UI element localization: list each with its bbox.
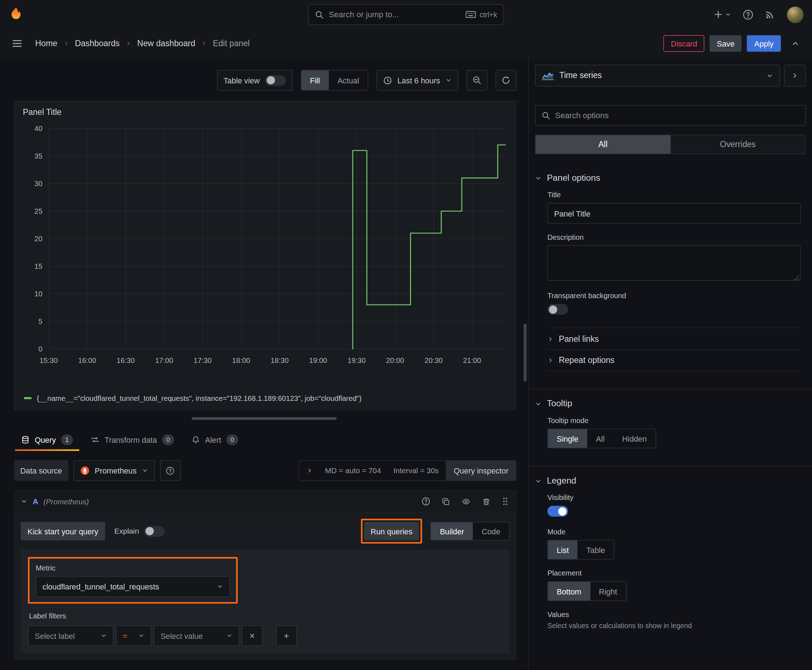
actual-option[interactable]: Actual <box>329 71 368 90</box>
run-queries-button[interactable]: Run queries <box>364 522 419 540</box>
new-menu-button[interactable] <box>714 10 731 19</box>
news-button[interactable] <box>765 9 775 20</box>
chevron-right-icon <box>791 72 798 79</box>
table-view-control[interactable]: Table view <box>217 70 292 91</box>
eye-icon <box>461 497 471 505</box>
topbar-actions <box>714 6 804 23</box>
legend-mode-table[interactable]: Table <box>578 540 614 559</box>
query-options-toggle[interactable]: MD = auto = 704 Interval = 30s <box>299 466 446 475</box>
legend-header[interactable]: Legend <box>535 475 805 486</box>
svg-text:5: 5 <box>38 318 42 325</box>
select-label-dropdown[interactable]: Select label <box>28 625 114 646</box>
panel-description-textarea[interactable] <box>548 245 800 281</box>
apply-button[interactable]: Apply <box>747 35 781 52</box>
panel-preview: Panel Title 051015202530354015:3016:0016… <box>14 101 516 410</box>
breadcrumb-home[interactable]: Home <box>35 39 57 48</box>
zoom-out-button[interactable] <box>466 70 487 91</box>
data-source-picker[interactable]: Prometheus <box>73 460 155 481</box>
close-icon: × <box>249 630 255 641</box>
chart-canvas[interactable]: 051015202530354015:3016:0016:3017:0017:3… <box>23 118 509 377</box>
legend-placement-bottom[interactable]: Bottom <box>548 582 590 601</box>
tab-overrides[interactable]: Overrides <box>670 135 805 154</box>
operator-dropdown[interactable]: = <box>116 625 151 646</box>
panel-title-input[interactable] <box>548 203 800 224</box>
legend-placement-right[interactable]: Right <box>590 582 626 601</box>
panel-title[interactable]: Panel Title <box>15 102 516 117</box>
query-toolbar-right: Run queries Builder Code <box>361 519 510 543</box>
metric-select[interactable]: cloudflared_tunnel_total_requests <box>36 576 230 597</box>
section-legend: Legend Visibility Mode List Table <box>529 466 812 638</box>
tooltip-mode-all[interactable]: All <box>587 429 613 448</box>
panel-options-header[interactable]: Panel options <box>535 173 805 183</box>
collapse-toolbar-button[interactable] <box>788 36 803 51</box>
query-inspector-button[interactable]: Query inspector <box>446 461 516 481</box>
breadcrumb-new-dashboard[interactable]: New dashboard <box>137 39 195 48</box>
chevron-right-icon <box>307 467 312 474</box>
time-range-label: Last 6 hours <box>397 76 440 85</box>
help-icon <box>166 466 175 475</box>
options-search-input[interactable] <box>555 111 799 120</box>
collapse-options-pane-button[interactable] <box>784 65 806 86</box>
tooltip-header[interactable]: Tooltip <box>535 399 805 409</box>
tab-query[interactable]: Query 1 <box>14 428 80 451</box>
grafana-logo-icon[interactable] <box>8 7 24 22</box>
main-scrollbar-thumb[interactable] <box>524 323 527 382</box>
tab-alert[interactable]: Alert 0 <box>185 428 245 451</box>
legend-series-swatch[interactable] <box>24 397 32 399</box>
visualization-picker[interactable]: Time series <box>535 65 780 86</box>
legend-mode-list[interactable]: List <box>548 540 578 559</box>
discard-button[interactable]: Discard <box>663 35 704 52</box>
drag-handle[interactable] <box>501 496 510 507</box>
query-row-body: Kick start your query Explain Run querie… <box>15 513 516 660</box>
save-button[interactable]: Save <box>710 35 742 52</box>
select-value-dropdown[interactable]: Select value <box>154 625 239 646</box>
svg-text:20: 20 <box>34 235 42 243</box>
table-view-toggle[interactable] <box>265 75 286 86</box>
transparent-background-label: Transparent background <box>548 291 800 299</box>
legend-visibility-toggle[interactable] <box>548 506 568 516</box>
fill-option[interactable]: Fill <box>301 71 329 90</box>
builder-option[interactable]: Builder <box>431 522 473 540</box>
query-row-card: A (Prometheus) <box>14 490 516 660</box>
query-help-button[interactable] <box>421 496 431 507</box>
transparent-background-field: Transparent background <box>548 291 800 316</box>
remove-filter-button[interactable]: × <box>242 625 263 646</box>
chevron-down-icon <box>535 175 542 181</box>
chevron-right-icon <box>201 41 207 47</box>
breadcrumb-dashboards[interactable]: Dashboards <box>75 39 120 48</box>
user-avatar[interactable] <box>787 6 804 23</box>
global-search-input[interactable]: Search or jump to... ctrl+k <box>308 4 504 25</box>
section-panel-options: Panel options Title Description <box>529 164 812 379</box>
help-button[interactable] <box>742 9 753 20</box>
query-ref-id[interactable]: A <box>32 497 38 506</box>
time-range-picker[interactable]: Last 6 hours <box>376 70 458 91</box>
query-row-header[interactable]: A (Prometheus) <box>15 491 516 513</box>
data-source-help-button[interactable] <box>160 460 181 481</box>
tooltip-mode-single[interactable]: Single <box>548 429 587 448</box>
tab-query-label: Query <box>35 435 56 444</box>
explain-toggle[interactable] <box>144 526 165 536</box>
database-icon <box>21 435 29 444</box>
duplicate-query-button[interactable] <box>441 496 451 506</box>
tab-transform[interactable]: Transform data 0 <box>83 428 181 451</box>
tab-all-options[interactable]: All <box>536 135 671 154</box>
metric-label: Metric <box>36 564 230 572</box>
query-ref-datasource: (Prometheus) <box>43 497 89 505</box>
panel-links-row[interactable]: Panel links <box>548 328 800 350</box>
options-search[interactable] <box>535 105 805 126</box>
mega-menu-button[interactable] <box>9 36 25 51</box>
svg-text:19:00: 19:00 <box>309 357 327 364</box>
add-filter-button[interactable]: + <box>276 625 297 646</box>
tooltip-mode-hidden[interactable]: Hidden <box>613 429 656 448</box>
panel-resize-handle[interactable] <box>192 417 337 420</box>
transparent-background-toggle[interactable] <box>548 304 568 315</box>
delete-query-button[interactable] <box>481 496 492 506</box>
code-option[interactable]: Code <box>473 522 509 540</box>
kick-start-button[interactable]: Kick start your query <box>21 522 105 540</box>
legend-series-label[interactable]: {__name__="cloudflared_tunnel_total_requ… <box>37 394 362 402</box>
edit-panel-content: Table view Fill Actual Last 6 hours <box>0 58 812 670</box>
repeat-options-row[interactable]: Repeat options <box>548 349 800 371</box>
hide-query-button[interactable] <box>460 496 472 506</box>
refresh-button[interactable] <box>495 70 516 91</box>
svg-text:10: 10 <box>34 290 42 298</box>
